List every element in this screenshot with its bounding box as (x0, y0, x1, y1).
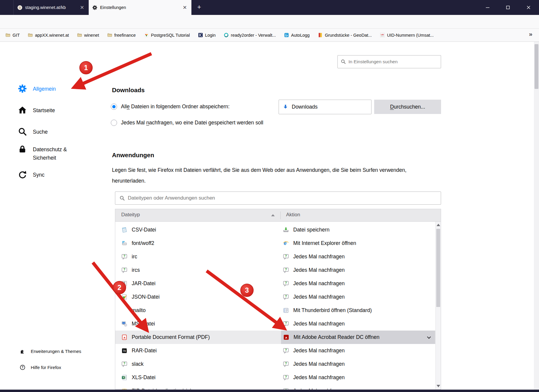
sidebar-footer-puzzle[interactable]: Erweiterungen & Themes (20, 348, 81, 354)
window-bottom-border (0, 390, 539, 392)
sidebar-footer-help[interactable]: Hilfe für Firefox (20, 365, 61, 370)
action-label: Jedes Mal nachfragen (293, 348, 345, 354)
action-cell[interactable]: Jedes Mal nachfragen (283, 344, 345, 357)
woff-icon (121, 240, 128, 246)
column-header-aktion[interactable]: Aktion (286, 212, 300, 218)
scrollbar-thumb[interactable] (436, 229, 440, 307)
bookmark-item[interactable]: Grundstücke - GeoDat... (318, 33, 372, 38)
browse-button[interactable]: Durchsuchen... (374, 100, 441, 114)
table-row[interactable]: JSON-DateiJedes Mal nachfragen (115, 290, 441, 304)
maximize-button[interactable] (501, 0, 515, 15)
downloads-heading: Downloads (112, 87, 145, 94)
sidebar-item-gear[interactable]: Allgemein (18, 84, 96, 93)
table-row[interactable]: MSI-DateiJedes Mal nachfragen (115, 317, 441, 331)
applications-table: Dateityp Aktion CSV-DateiDatei speichern… (115, 209, 441, 390)
applications-heading: Anwendungen (112, 152, 154, 159)
scroll-down-icon[interactable] (437, 385, 440, 387)
table-row[interactable]: JAR-DateiJedes Mal nachfragen (115, 277, 441, 290)
filetype-label: mailto (132, 307, 146, 314)
preferences-page: AllgemeinStartseiteSucheDatenschutz & Si… (0, 42, 539, 390)
bookmark-item[interactable]: freefinance (107, 33, 136, 38)
action-cell[interactable]: Jedes Mal nachfragen (283, 263, 345, 277)
filetype-label: JAR-Datei (132, 280, 156, 287)
browser-window: staging.winenet.at/kb ✕ Einstellungen ✕ … (0, 0, 539, 392)
bookmark-item[interactable]: Login (198, 33, 216, 38)
action-cell[interactable]: Jedes Mal nachfragen (283, 384, 345, 390)
table-row[interactable]: RAR-DateiJedes Mal nachfragen (115, 344, 441, 357)
maximize-icon (506, 5, 510, 10)
table-row[interactable]: ZIP-Datei (application/zip)Jedes Mal nac… (115, 384, 441, 390)
bookmark-item[interactable]: ready2order - Verwalt... (224, 33, 276, 38)
scroll-up-icon[interactable] (437, 224, 440, 226)
new-tab-button[interactable]: + (195, 3, 204, 12)
page-scrollbar-thumb[interactable] (535, 44, 538, 89)
action-cell[interactable]: Jedes Mal nachfragen (283, 357, 345, 371)
action-label: Datei speichern (293, 227, 330, 233)
table-row[interactable]: Portable Document Format (PDF)Mit Adobe … (115, 331, 441, 344)
ask-icon (283, 321, 289, 327)
bookmark-item[interactable]: GIT (5, 33, 20, 38)
action-label: Jedes Mal nachfragen (293, 280, 345, 287)
sidebar-item-sync[interactable]: Sync (18, 170, 96, 179)
table-row[interactable]: CSV-DateiDatei speichern (115, 223, 441, 237)
table-row[interactable]: slackJedes Mal nachfragen (115, 357, 441, 371)
radio-unselected[interactable] (111, 120, 117, 126)
table-row[interactable]: ircsJedes Mal nachfragen (115, 263, 441, 277)
preferences-search-input[interactable] (337, 55, 441, 68)
action-cell[interactable]: Jedes Mal nachfragen (283, 371, 345, 384)
sidebar-item-search[interactable]: Suche (18, 127, 96, 136)
action-cell[interactable]: Jedes Mal nachfragen (283, 250, 345, 263)
ask-icon (283, 294, 289, 300)
close-window-button[interactable] (522, 0, 535, 15)
table-row[interactable]: font/woff2Mit Internet Explorer öffnen (115, 237, 441, 250)
download-folder-picker[interactable]: Downloads (279, 100, 371, 114)
save-to-folder-radio-row[interactable]: Alle Dateien in folgendem Ordner abspeic… (111, 104, 230, 110)
sidebar-item-label: Allgemein (33, 84, 81, 93)
filetype-label: irc (132, 254, 137, 260)
page-scrollbar[interactable] (534, 42, 539, 390)
tab-einstellungen[interactable]: Einstellungen ✕ (89, 0, 191, 15)
thunderbird-icon (283, 307, 289, 314)
table-scrollbar[interactable] (435, 222, 441, 389)
bm-login-icon (198, 33, 203, 38)
tab-staging-winenet[interactable]: staging.winenet.at/kb ✕ (13, 0, 89, 15)
bookmark-item[interactable]: PostgreSQL Tutorial (144, 33, 190, 38)
action-cell[interactable]: Mit Thunderbird öffnen (Standard) (283, 304, 372, 317)
ie-icon (283, 240, 289, 246)
rar-icon (121, 348, 128, 354)
bookmarks-bar: GITappXX.winenet.atwinenetfreefinancePos… (0, 29, 539, 42)
sidebar-item-home[interactable]: Startseite (18, 106, 96, 115)
applications-filter-input[interactable] (115, 192, 441, 205)
bookmark-item[interactable]: AutoLogg (284, 33, 310, 38)
save-icon (283, 227, 289, 233)
column-header-dateityp[interactable]: Dateityp (121, 212, 140, 218)
bookmarks-overflow-button[interactable]: » (529, 30, 532, 38)
sidebar-item-lock[interactable]: Datenschutz & Sicherheit (18, 145, 96, 162)
ask-icon (283, 280, 289, 287)
table-row[interactable]: mailtoMit Thunderbird öffnen (Standard) (115, 304, 441, 317)
ask-icon (283, 348, 289, 354)
bookmark-item[interactable]: winenet (77, 33, 99, 38)
action-dropdown[interactable]: Mit Adobe Acrobat Reader DC öffnen (281, 331, 435, 344)
help-icon (20, 365, 25, 370)
acrobat-icon (283, 334, 289, 340)
bookmark-item[interactable]: appXX.winenet.at (28, 33, 69, 38)
ask-every-time-radio-row[interactable]: Jedes Mal nachfragen, wo eine Datei gesp… (111, 120, 263, 126)
close-tab-icon[interactable]: ✕ (182, 5, 188, 10)
action-cell[interactable]: Jedes Mal nachfragen (283, 290, 345, 304)
applications-description: Legen Sie fest, wie Firefox mit Dateien … (112, 165, 434, 186)
table-row[interactable]: ircJedes Mal nachfragen (115, 250, 441, 263)
action-cell[interactable]: Datei speichern (283, 223, 330, 237)
radio-label[interactable]: Alle Dateien in folgendem Ordner abspeic… (121, 104, 230, 110)
radio-selected[interactable] (111, 104, 117, 110)
action-cell[interactable]: Jedes Mal nachfragen (283, 317, 345, 331)
action-cell[interactable]: Jedes Mal nachfragen (283, 277, 345, 290)
action-label: Mit Thunderbird öffnen (Standard) (293, 307, 372, 314)
close-tab-icon[interactable]: ✕ (79, 5, 85, 10)
minimize-button[interactable] (481, 0, 495, 15)
ask-icon (283, 267, 289, 273)
table-row[interactable]: XLS-DateiJedes Mal nachfragen (115, 371, 441, 384)
radio-label[interactable]: Jedes Mal nachfragen, wo eine Datei gesp… (121, 120, 263, 126)
bookmark-item[interactable]: UID-Nummern (Umsat... (380, 33, 434, 38)
action-cell[interactable]: Mit Internet Explorer öffnen (283, 237, 356, 250)
